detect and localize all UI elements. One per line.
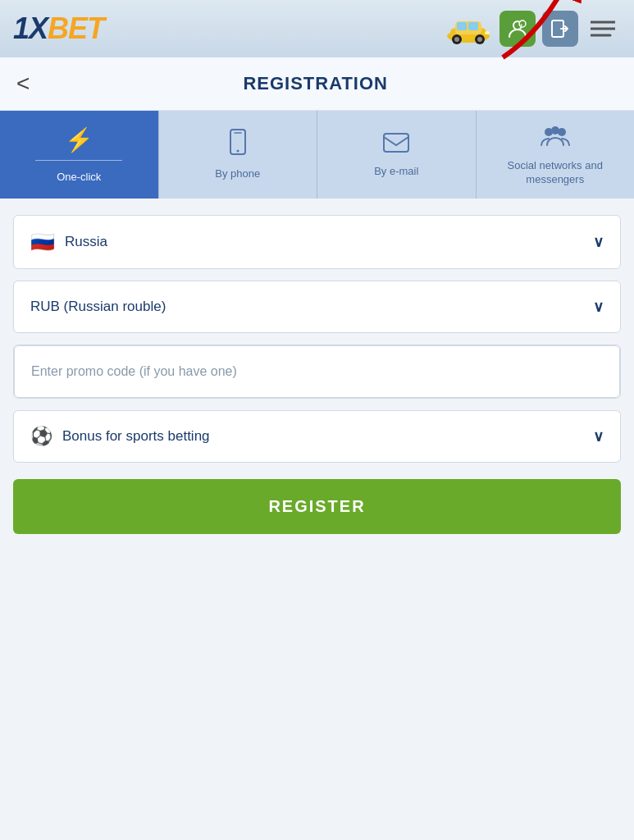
tab-social[interactable]: Social networks and messengers <box>477 111 635 199</box>
chevron-down-icon-2: ∨ <box>593 298 604 316</box>
registration-tabs: ⚡ One-click By phone By e-mail <box>0 111 634 199</box>
soccer-ball-icon: ⚽ <box>30 426 52 447</box>
russia-flag-icon: 🇷🇺 <box>30 231 55 253</box>
tab-social-label: Social networks and messengers <box>483 159 628 187</box>
phone-icon <box>228 129 248 161</box>
svg-rect-3 <box>457 22 467 30</box>
chevron-down-icon: ∨ <box>593 233 604 251</box>
register-button[interactable]: REGISTER <box>13 479 621 534</box>
tab-by-email-label: By e-mail <box>374 165 418 179</box>
back-button[interactable]: < <box>16 72 30 95</box>
currency-value: RUB (Russian rouble) <box>30 299 166 315</box>
promo-code-field[interactable] <box>13 345 621 399</box>
bonus-selector[interactable]: ⚽ Bonus for sports betting ∨ <box>13 410 621 463</box>
email-icon <box>383 132 409 158</box>
tab-by-phone[interactable]: By phone <box>159 111 318 199</box>
car-promo-image <box>444 11 493 46</box>
country-value: Russia <box>65 234 107 250</box>
currency-selector-left: RUB (Russian rouble) <box>30 299 166 315</box>
login-button[interactable] <box>542 11 578 47</box>
svg-rect-4 <box>468 22 478 30</box>
registration-header: < REGISTRATION <box>0 57 634 111</box>
menu-button[interactable] <box>585 11 621 47</box>
svg-rect-21 <box>384 134 408 152</box>
lightning-icon: ⚡ <box>65 126 94 153</box>
app-header: 1XBET <box>0 0 634 57</box>
bonus-selector-left: ⚽ Bonus for sports betting <box>30 426 210 447</box>
tab-by-email[interactable]: By e-mail <box>317 111 477 199</box>
tab-one-click[interactable]: ⚡ One-click <box>0 111 159 199</box>
profile-button[interactable]: + <box>499 11 536 47</box>
social-icon <box>540 124 570 153</box>
bonus-label: Bonus for sports betting <box>62 428 210 445</box>
svg-point-24 <box>551 126 559 135</box>
chevron-down-icon-3: ∨ <box>593 427 604 445</box>
svg-point-9 <box>485 31 490 34</box>
app-logo: 1XBET <box>13 11 104 46</box>
header-actions: + <box>444 11 621 47</box>
svg-text:+: + <box>520 22 523 27</box>
tab-one-click-label: One-click <box>57 171 101 185</box>
tab-by-phone-label: By phone <box>215 167 260 181</box>
svg-point-6 <box>454 37 459 42</box>
currency-selector[interactable]: RUB (Russian rouble) ∨ <box>13 281 621 333</box>
registration-form: 🇷🇺 Russia ∨ RUB (Russian rouble) ∨ ⚽ Bon… <box>0 199 634 555</box>
page-title: REGISTRATION <box>30 73 618 94</box>
country-selector[interactable]: 🇷🇺 Russia ∨ <box>13 215 621 269</box>
country-selector-left: 🇷🇺 Russia <box>30 231 107 253</box>
svg-point-8 <box>477 37 482 42</box>
promo-code-input[interactable] <box>14 345 620 398</box>
svg-point-19 <box>236 150 239 153</box>
